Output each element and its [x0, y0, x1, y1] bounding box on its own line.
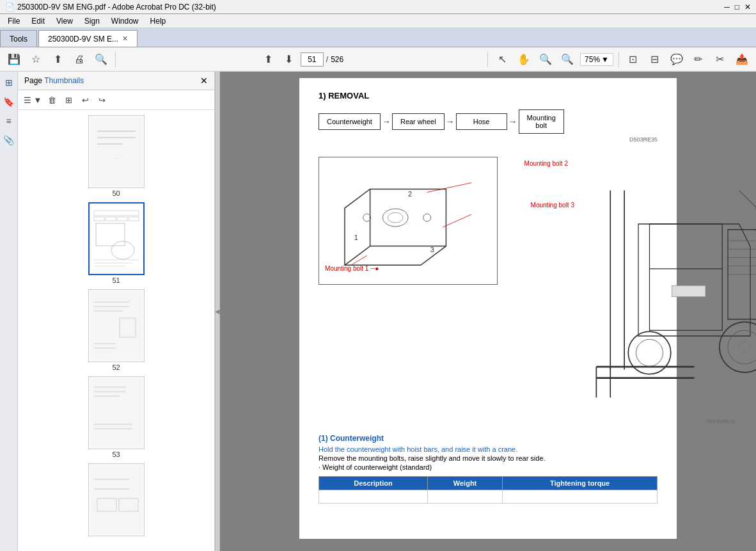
tab-tools-label: Tools — [10, 35, 28, 44]
print-button[interactable]: 🖨 — [70, 51, 88, 68]
svg-line-42 — [443, 214, 471, 227]
flowchart: Counterweight → Rear wheel → Hose → Moun… — [319, 109, 658, 134]
thumbnail-panel-icon[interactable]: ⊞ — [2, 76, 16, 90]
zoom-in-button[interactable]: 🔍 — [558, 51, 576, 68]
thumb-box-52[interactable] — [88, 289, 145, 362]
svg-point-36 — [363, 214, 371, 221]
menu-edit[interactable]: Edit — [26, 15, 50, 27]
flow-box-mountingbolt: Mountingbolt — [519, 109, 564, 134]
callout-bolt1: Mounting bolt 1 ─● — [325, 265, 379, 272]
thumb-image-53 — [91, 379, 142, 446]
menu-view[interactable]: View — [51, 15, 78, 27]
table-cell-desc — [319, 490, 428, 504]
save-button[interactable]: 💾 — [5, 51, 23, 68]
thumbnail-area: ─ 50 — [18, 110, 214, 551]
zoom-out-button[interactable]: 🔍 — [537, 51, 555, 68]
tab-close-icon[interactable]: ✕ — [122, 35, 128, 43]
thumbnail-51[interactable]: 51 — [88, 202, 145, 284]
svg-rect-5 — [91, 205, 142, 272]
upload-button[interactable]: ⬆ — [49, 51, 67, 68]
close-btn[interactable]: ✕ — [744, 3, 751, 12]
flow-box-counterweight: Counterweight — [319, 113, 381, 130]
comment-button[interactable]: 💬 — [668, 51, 686, 68]
thumb-label-50: 50 — [112, 189, 120, 197]
thumbnail-53[interactable]: 53 — [88, 376, 145, 458]
menu-window[interactable]: Window — [106, 15, 144, 27]
fit-page-button[interactable]: ⊡ — [624, 51, 642, 68]
diagram-row: 1 2 3 Mounting bolt 2 Mounting bolt 3 — [319, 157, 658, 427]
left-icon-strip: ⊞ 🔖 ≡ 📎 — [0, 72, 18, 551]
thumb-label-52: 52 — [112, 363, 120, 371]
table-header-weight: Weight — [427, 477, 502, 490]
tab-tools[interactable]: Tools — [0, 30, 37, 47]
toolbar: 💾 ☆ ⬆ 🖨 🔍 ⬆ ⬇ / 526 ↖ ✋ 🔍 🔍 75% ▼ ⊡ ⊟ 💬 … — [0, 47, 756, 72]
svg-point-37 — [423, 214, 431, 221]
sidebar-resize-handle[interactable]: ◀ — [215, 72, 220, 551]
sidebar-panel: Page Thumbnails ✕ ☰ ▼ 🗑 ⊞ ↩ ↪ ─ — [18, 72, 215, 551]
next-page-button[interactable]: ⬇ — [280, 51, 298, 68]
flow-arrow-1: → — [381, 116, 392, 127]
menu-help[interactable]: Help — [145, 15, 171, 27]
minimize-btn[interactable]: ─ — [724, 3, 730, 12]
sidebar-expand-btn[interactable]: ⊞ — [61, 93, 75, 107]
svg-rect-23 — [91, 379, 142, 446]
thumb-box-50[interactable]: ─ — [88, 115, 145, 188]
share-button[interactable]: 📤 — [733, 51, 751, 68]
section-title: 1) REMOVAL — [319, 91, 658, 100]
bookmark-button[interactable]: ☆ — [27, 51, 45, 68]
zoom-control[interactable]: 75% ▼ — [580, 53, 613, 66]
divider-2 — [487, 52, 488, 67]
bookmarks-icon[interactable]: 🔖 — [2, 95, 16, 109]
thumb-box-53[interactable] — [88, 376, 145, 449]
menu-file[interactable]: File — [3, 15, 25, 27]
forklift-diagram-container: 25009VRE30 — [594, 157, 756, 427]
attachments-icon[interactable]: 📎 — [2, 133, 16, 147]
thumbnail-extra[interactable] — [88, 463, 145, 538]
page-separator: / — [326, 55, 328, 64]
tools2-button[interactable]: ✂ — [711, 51, 729, 68]
thumb-box-51[interactable] — [88, 202, 145, 275]
svg-point-58 — [628, 331, 671, 374]
sidebar-close-icon[interactable]: ✕ — [200, 76, 208, 86]
svg-point-59 — [636, 339, 663, 366]
zoom-value: 75% — [585, 55, 600, 64]
navigation-group: ⬆ ⬇ / 526 — [260, 51, 343, 68]
tab-bar: Tools 250300D-9V SM E... ✕ — [0, 28, 756, 47]
page-total: 526 — [331, 55, 343, 64]
menu-sign[interactable]: Sign — [79, 15, 105, 27]
sidebar-title: Page Thumbnails — [24, 76, 84, 85]
window-title: 250300D-9V SM ENG.pdf - Adobe Acrobat Pr… — [17, 3, 216, 12]
table-cell-torque — [503, 490, 658, 504]
hand-tool[interactable]: ✋ — [515, 51, 533, 68]
sidebar-redo-btn[interactable]: ↪ — [95, 93, 109, 107]
flow-box-hose: Hose — [456, 113, 507, 130]
svg-point-34 — [382, 209, 408, 227]
sidebar-menu-btn[interactable]: ☰ ▼ — [23, 93, 42, 107]
prev-page-button[interactable]: ⬆ — [260, 51, 278, 68]
svg-rect-16 — [91, 292, 142, 359]
thumbnail-52[interactable]: 52 — [88, 289, 145, 371]
flowchart-ref: D503RE35 — [629, 136, 658, 143]
two-page-button[interactable]: ⊟ — [646, 51, 664, 68]
table-cell-weight — [427, 490, 502, 504]
thumb-label-51: 51 — [112, 276, 120, 284]
sidebar-undo-btn[interactable]: ↩ — [78, 93, 92, 107]
main-area: ⊞ 🔖 ≡ 📎 Page Thumbnails ✕ ☰ ▼ 🗑 ⊞ ↩ ↪ — [0, 72, 756, 551]
page-number-input[interactable] — [301, 52, 324, 67]
thumb-box-extra[interactable] — [88, 463, 145, 536]
layers-icon[interactable]: ≡ — [2, 114, 16, 128]
edit-button[interactable]: ✏ — [689, 51, 707, 68]
thumb-image-51 — [91, 205, 142, 272]
thumbnail-50[interactable]: ─ 50 — [88, 115, 145, 197]
table-header-tightening: Tightening torque — [503, 477, 658, 490]
maximize-btn[interactable]: □ — [735, 3, 739, 12]
sidebar-delete-btn[interactable]: 🗑 — [45, 93, 59, 107]
title-bar: 📄 250300D-9V SM ENG.pdf - Adobe Acrobat … — [0, 0, 756, 14]
svg-text:2: 2 — [408, 190, 412, 198]
description-table: Description Weight Tightening torque — [319, 476, 658, 504]
tab-doc-label: 250300D-9V SM E... — [48, 35, 118, 44]
tab-doc[interactable]: 250300D-9V SM E... ✕ — [38, 30, 138, 47]
table-header-description: Description — [319, 477, 428, 490]
search-button[interactable]: 🔍 — [92, 51, 110, 68]
select-tool[interactable]: ↖ — [493, 51, 511, 68]
